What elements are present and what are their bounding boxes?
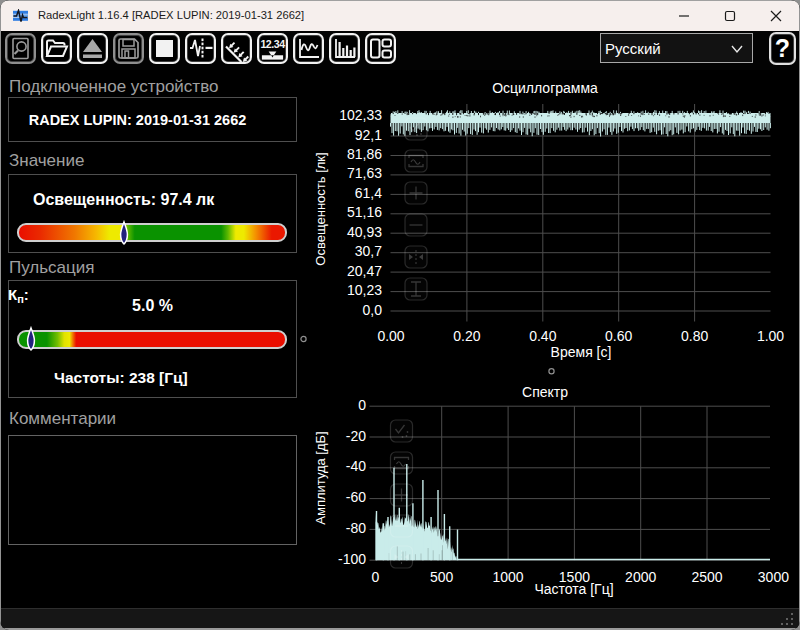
svg-text:500: 500 (430, 569, 454, 585)
svg-text:0: 0 (372, 569, 380, 585)
svg-text:2500: 2500 (691, 569, 722, 585)
svg-text:1000: 1000 (493, 569, 524, 585)
svg-text:Освещенность [лк]: Освещенность [лк] (313, 152, 328, 265)
svg-text:Осциллограмма: Осциллограмма (492, 80, 598, 96)
svg-text:-60: -60 (346, 489, 366, 505)
svg-text:1.00: 1.00 (757, 328, 784, 344)
svg-text:30,7: 30,7 (355, 243, 382, 259)
svg-text:102,33: 102,33 (339, 107, 382, 123)
svg-text:Спектр: Спектр (522, 384, 568, 400)
svg-text:Время [с]: Время [с] (551, 344, 612, 360)
svg-text:40,93: 40,93 (347, 224, 382, 240)
svg-text:-20: -20 (346, 428, 366, 444)
svg-text:-80: -80 (346, 520, 366, 536)
svg-text:61,4: 61,4 (355, 185, 382, 201)
svg-text:81,86: 81,86 (347, 146, 382, 162)
svg-text:12.34: 12.34 (260, 38, 285, 50)
svg-text:3000: 3000 (758, 569, 789, 585)
svg-text:0,0: 0,0 (363, 302, 383, 318)
svg-text:0.00: 0.00 (377, 328, 404, 344)
svg-text:0.20: 0.20 (453, 328, 480, 344)
svg-text:51,16: 51,16 (347, 204, 382, 220)
svg-text:-40: -40 (346, 458, 366, 474)
svg-text:0.40: 0.40 (529, 328, 556, 344)
svg-text:10,23: 10,23 (347, 282, 382, 298)
svg-text:0.60: 0.60 (605, 328, 632, 344)
svg-text:71,63: 71,63 (347, 165, 382, 181)
svg-text:Амплитуда [дБ]: Амплитуда [дБ] (313, 431, 328, 524)
svg-text:92,1: 92,1 (355, 127, 382, 143)
svg-text:0.80: 0.80 (681, 328, 708, 344)
svg-text:20,47: 20,47 (347, 263, 382, 279)
svg-text:2000: 2000 (625, 569, 656, 585)
svg-text:0: 0 (358, 397, 366, 413)
svg-text:-100: -100 (338, 551, 366, 567)
svg-text:Частота [Гц]: Частота [Гц] (534, 581, 613, 597)
